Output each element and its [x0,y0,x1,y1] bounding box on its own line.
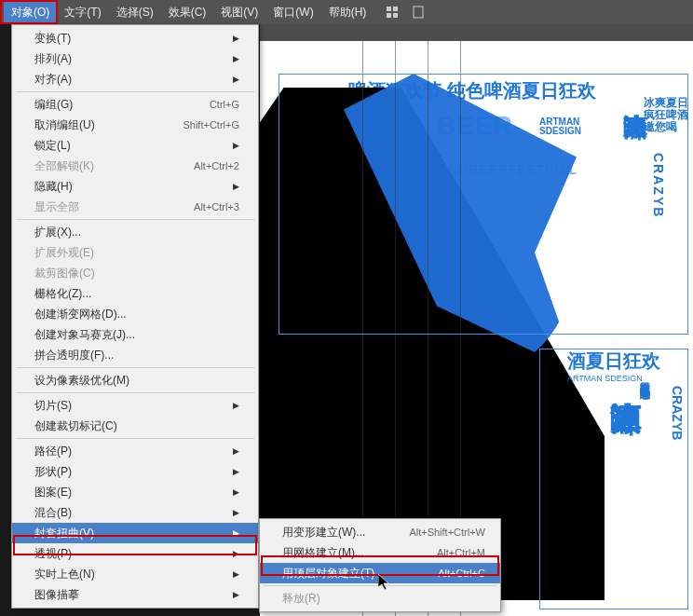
menu-item: 全部解锁(K)Alt+Ctrl+2 [12,156,258,176]
submenu-arrow-icon: ▶ [233,467,239,476]
menubar: 对象(O) 文字(T) 选择(S) 效果(C) 视图(V) 窗口(W) 帮助(H… [0,0,693,24]
submenu-arrow-icon: ▶ [233,75,239,84]
menu-select[interactable]: 选择(S) [109,1,161,24]
selection-outline [539,349,688,609]
menu-item-label: 透视(P) [34,546,72,562]
doc-icon[interactable] [409,3,428,21]
menu-item: 显示全部Alt+Ctrl+3 [12,197,258,217]
menu-help[interactable]: 帮助(H) [321,1,374,24]
object-dropdown-menu: 变换(T)▶排列(A)▶对齐(A)▶编组(G)Ctrl+G取消编组(U)Shif… [11,24,259,609]
menu-window[interactable]: 窗口(W) [265,1,320,24]
menu-item[interactable]: 图像描摹▶ [12,584,258,605]
envelope-distort-submenu: 用变形建立(W)...Alt+Shift+Ctrl+W用网格建立(M)...Al… [259,518,501,612]
menu-item-label: 创建裁切标记(C) [34,418,117,434]
menu-item[interactable]: 图案(E)▶ [12,482,258,502]
svg-rect-3 [393,13,398,18]
submenu-arrow-icon: ▶ [233,487,239,497]
menu-item[interactable]: 封套扭曲(V)▶ [12,523,258,543]
menu-text[interactable]: 文字(T) [57,1,108,24]
menu-item[interactable]: 变换(T)▶ [12,28,258,48]
menu-item-label: 创建对象马赛克(J)... [34,327,135,343]
submenu-item-label: 释放(R) [282,591,320,607]
submenu-arrow-icon: ▶ [233,508,239,517]
menu-item[interactable]: 混合(B)▶ [12,502,258,523]
menu-separator [16,91,254,92]
menu-item[interactable]: 排列(A)▶ [12,48,258,69]
svg-rect-0 [387,7,391,11]
submenu-item-label: 用变形建立(W)... [282,525,365,541]
menu-item-label: 扩展外观(E) [34,245,94,261]
menu-item-label: 封套扭曲(V) [34,526,94,541]
menu-item[interactable]: 设为像素级优化(M) [12,370,258,390]
submenu-item[interactable]: 用网格建立(M)...Alt+Ctrl+M [260,542,500,563]
menu-item[interactable]: 创建对象马赛克(J)... [12,324,258,345]
menu-item-label: 设为像素级优化(M) [34,373,129,389]
menu-item[interactable]: 实时上色(N)▶ [12,564,258,584]
cursor-icon [378,574,393,596]
menu-item-label: 裁剪图像(C) [34,266,95,281]
menu-shortcut: Alt+Ctrl+C [438,568,485,579]
menu-view[interactable]: 视图(V) [213,1,265,24]
menu-item-label: 拼合透明度(F)... [34,348,114,363]
menu-item[interactable]: 拼合透明度(F)... [12,345,258,365]
menu-item-label: 混合(B) [34,505,72,521]
menu-item-label: 变换(T) [34,31,71,47]
menu-shortcut: Alt+Ctrl+2 [194,160,239,171]
menu-object[interactable]: 对象(O) [4,1,57,24]
menu-shortcut: Alt+Shift+Ctrl+W [409,527,485,538]
menu-item-label: 栅格化(Z)... [34,286,91,302]
menu-item-label: 图像描摹 [34,587,79,603]
menu-item-label: 实时上色(N) [34,567,95,582]
menu-item-label: 隐藏(H) [34,179,73,195]
submenu-item[interactable]: 用变形建立(W)...Alt+Shift+Ctrl+W [260,522,500,542]
submenu-item-label: 用网格建立(M)... [282,545,364,561]
svg-rect-2 [387,13,391,18]
submenu-arrow-icon: ▶ [233,141,239,150]
menu-effect[interactable]: 效果(C) [161,1,214,24]
menu-item: 裁剪图像(C) [12,263,258,283]
menu-item[interactable]: 栅格化(Z)... [12,283,258,304]
svg-rect-1 [393,7,398,11]
menu-separator [16,219,254,220]
submenu-arrow-icon: ▶ [233,401,239,410]
menu-item[interactable]: 路径(P)▶ [12,441,258,461]
menu-item[interactable]: 创建裁切标记(C) [12,416,258,436]
menu-item[interactable]: 创建渐变网格(D)... [12,304,258,324]
menu-item-label: 切片(S) [34,398,72,414]
menu-separator [16,438,254,439]
submenu-arrow-icon: ▶ [233,34,239,43]
menu-shortcut: Shift+Ctrl+G [183,119,239,130]
menu-item-label: 路径(P) [34,444,72,459]
menu-item-label: 对齐(A) [34,72,72,88]
submenu-item-label: 用顶层对象建立(T) [282,566,374,582]
submenu-arrow-icon: ▶ [233,54,239,63]
menu-item-label: 形状(P) [34,464,72,480]
menu-item[interactable]: 隐藏(H)▶ [12,176,258,197]
menu-item[interactable]: 扩展(X)... [12,222,258,242]
grid-icon[interactable] [383,3,401,21]
submenu-arrow-icon: ▶ [233,569,239,579]
menu-item-label: 创建渐变网格(D)... [34,307,127,322]
menu-item-label: 锁定(L) [34,138,71,154]
menu-item-label: 编组(G) [34,97,73,113]
menu-item[interactable]: 锁定(L)▶ [12,135,258,156]
submenu-arrow-icon: ▶ [233,182,239,191]
menu-item[interactable]: 对齐(A)▶ [12,69,258,89]
menu-item: 扩展外观(E) [12,242,258,263]
menu-item[interactable]: 切片(S)▶ [12,395,258,416]
menu-item[interactable]: 取消编组(U)Shift+Ctrl+G [12,115,258,135]
menu-item-label: 图案(E) [34,485,72,500]
submenu-arrow-icon: ▶ [233,528,239,538]
menu-item[interactable]: 编组(G)Ctrl+G [12,94,258,115]
menu-item[interactable]: 形状(P)▶ [12,461,258,482]
submenu-arrow-icon: ▶ [233,549,239,558]
selection-outline [279,74,688,335]
menu-item-label: 扩展(X)... [34,225,81,240]
menu-shortcut: Alt+Ctrl+M [437,547,485,558]
svg-rect-4 [414,7,423,18]
menu-item[interactable]: 透视(P)▶ [12,543,258,564]
submenu-arrow-icon: ▶ [233,590,239,599]
menu-shortcut: Ctrl+G [210,99,239,110]
toolbar-icons [383,3,428,21]
menu-item-label: 显示全部 [34,199,79,215]
